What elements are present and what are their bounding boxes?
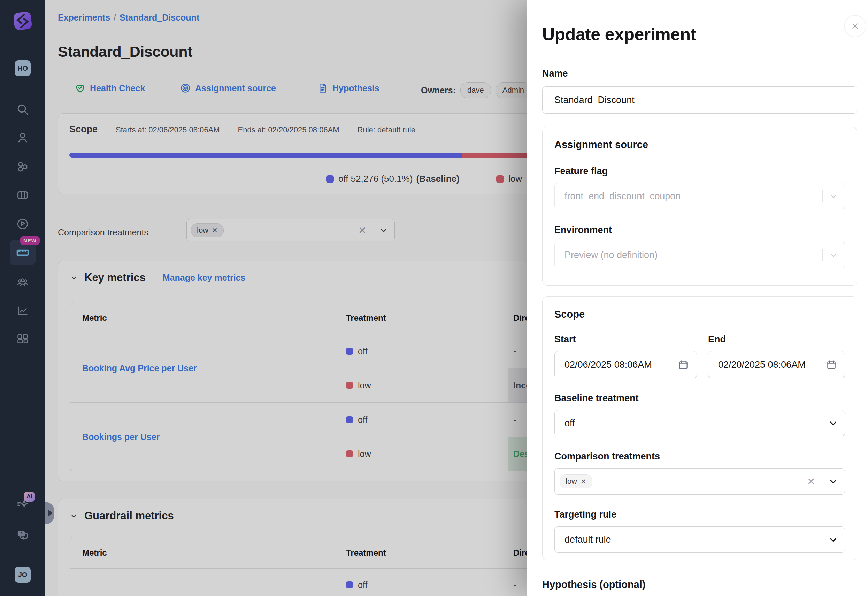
calendar-icon [826, 359, 837, 370]
app: HO NEW [0, 0, 868, 596]
name-input[interactable]: Standard_Discount [542, 86, 857, 114]
baseline-treatment-select[interactable]: off [554, 410, 845, 437]
select-divider [822, 190, 823, 202]
treatment-chip-low[interactable]: low✕ [559, 474, 592, 488]
hypothesis-optional-label: Hypothesis (optional) [542, 579, 645, 590]
chevron-down-icon [829, 250, 838, 260]
end-label: End [708, 334, 845, 345]
update-experiment-panel: Update experiment Name Standard_Discount… [527, 0, 868, 596]
select-divider [822, 249, 823, 261]
chevron-down-icon[interactable] [828, 476, 838, 487]
end-date-input[interactable]: 02/20/2025 08:06AM [708, 351, 845, 378]
baseline-treatment-label: Baseline treatment [554, 393, 845, 404]
comparison-treatments-label: Comparison treatments [554, 451, 845, 462]
feature-flag-select[interactable]: front_end_discount_coupon [554, 183, 845, 209]
panel-title: Update experiment [542, 24, 696, 44]
comparison-treatments-select[interactable]: low✕ ✕ [554, 468, 845, 495]
targeting-rule-label: Targeting rule [554, 509, 845, 520]
environment-select[interactable]: Preview (no definition) [554, 242, 845, 268]
scope-heading: Scope [554, 308, 845, 320]
name-label: Name [542, 68, 568, 79]
assignment-source-card: Assignment source Feature flag front_end… [542, 127, 857, 286]
select-divider [822, 475, 822, 487]
scope-form-card: Scope Start 02/06/2025 08:06AM End 02/20… [542, 297, 857, 561]
select-divider [822, 417, 822, 429]
chevron-down-icon[interactable] [828, 418, 838, 428]
scope-dates-row: Start 02/06/2025 08:06AM End 02/20/2025 … [554, 334, 845, 378]
feature-flag-label: Feature flag [554, 166, 845, 177]
targeting-rule-select[interactable]: default rule [554, 526, 845, 553]
select-divider [822, 534, 822, 546]
close-button[interactable] [844, 15, 866, 37]
clear-icon[interactable]: ✕ [807, 476, 815, 487]
calendar-icon [678, 359, 689, 370]
chevron-down-icon [829, 191, 838, 201]
modal-backdrop[interactable] [0, 0, 527, 596]
chevron-down-icon[interactable] [828, 534, 838, 545]
close-icon [850, 22, 860, 31]
assignment-source-heading: Assignment source [554, 139, 845, 150]
chip-remove-icon[interactable]: ✕ [580, 477, 586, 485]
start-label: Start [554, 334, 697, 345]
environment-label: Environment [554, 225, 845, 236]
start-date-input[interactable]: 02/06/2025 08:06AM [554, 351, 697, 378]
